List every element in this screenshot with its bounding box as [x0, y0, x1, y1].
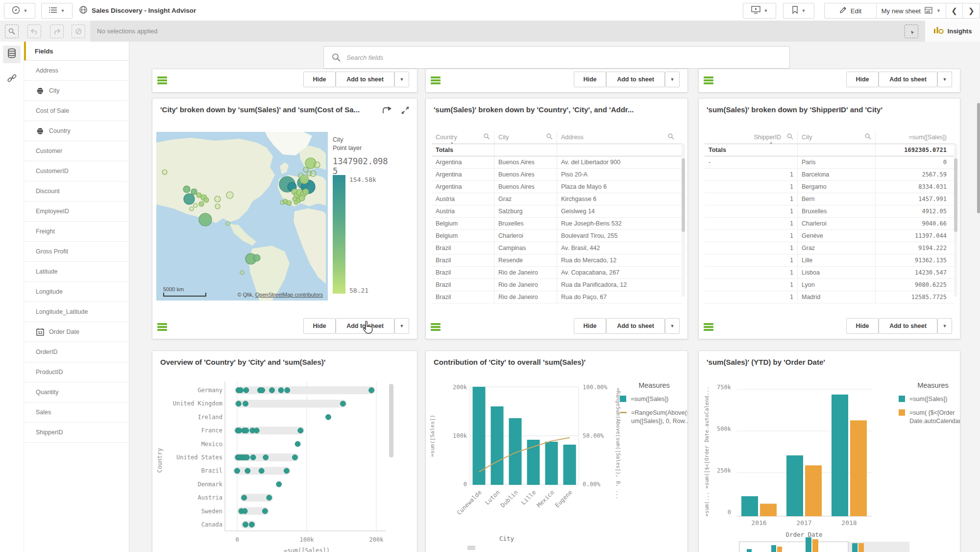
- legend-item[interactable]: =RangeSum(Above(s-um([Sales]), 0, Row...: [620, 409, 688, 425]
- search-icon[interactable]: [784, 133, 793, 141]
- add-to-sheet-caret[interactable]: ▼: [937, 72, 952, 87]
- hide-button[interactable]: Hide: [574, 318, 606, 334]
- distribution-chart-card[interactable]: Overview of 'Country' by 'City' and 'sum…: [152, 351, 417, 552]
- table-cell[interactable]: Brazil: [432, 279, 494, 291]
- search-icon[interactable]: [543, 133, 553, 141]
- table-cell[interactable]: 12585.7725: [876, 291, 951, 303]
- field-item-city[interactable]: City: [24, 81, 129, 101]
- table-cell[interactable]: Av. Brasil, 442: [557, 242, 678, 254]
- table-cell[interactable]: 1: [705, 205, 798, 217]
- add-to-sheet-caret[interactable]: ▼: [665, 72, 680, 87]
- table-cell[interactable]: 1: [705, 218, 798, 229]
- table-card-shipper-city[interactable]: 'sum(Sales)' broken down by 'ShipperID' …: [698, 98, 960, 339]
- table-cell[interactable]: 1457.991: [876, 193, 951, 205]
- add-to-sheet-button[interactable]: Add to sheet: [606, 318, 665, 334]
- app-options-button[interactable]: ▼: [41, 3, 73, 19]
- field-item-address[interactable]: Address: [24, 61, 129, 81]
- table-cell[interactable]: Campinas: [494, 242, 557, 254]
- hide-button[interactable]: Hide: [846, 318, 879, 334]
- table-cell[interactable]: Genève: [798, 230, 876, 242]
- field-item-gross-profit[interactable]: Gross Profit: [24, 242, 129, 262]
- table-cell[interactable]: Charleroi: [494, 230, 557, 242]
- distribution-plot[interactable]: 0100k200kGermanyUnited KingdomIrelandFra…: [155, 378, 415, 552]
- column-header--sum-sales-[interactable]: =sum([Sales]): [876, 131, 951, 144]
- step-back-button[interactable]: [27, 25, 41, 38]
- table-cell[interactable]: 9194.222: [876, 242, 951, 254]
- field-item-customerid[interactable]: CustomerID: [24, 161, 129, 181]
- column-header-city[interactable]: City: [798, 131, 876, 144]
- map-chart[interactable]: City Point layer 1347902.098 5 154.58k 5…: [156, 132, 413, 301]
- legend-item[interactable]: =sum([Sales]): [899, 395, 960, 403]
- table-cell[interactable]: Salzburg: [494, 205, 557, 217]
- search-icon[interactable]: [481, 133, 490, 141]
- insights-toggle[interactable]: Insights: [925, 21, 980, 42]
- column-header-city[interactable]: City: [494, 131, 557, 144]
- table-cell[interactable]: Bergamo: [798, 181, 876, 193]
- add-to-sheet-button[interactable]: Add to sheet: [336, 72, 394, 87]
- hide-button[interactable]: Hide: [303, 318, 336, 334]
- add-to-sheet-caret[interactable]: ▼: [394, 72, 409, 87]
- table-cell[interactable]: Lille: [798, 254, 876, 266]
- map-card[interactable]: 'City' broken down by 'sum(Sales)' and '…: [152, 98, 417, 339]
- search-icon[interactable]: [665, 133, 674, 141]
- field-item-shipperid[interactable]: ShipperID: [24, 423, 129, 443]
- chart-menu-icon[interactable]: [157, 323, 167, 332]
- table-cell[interactable]: Belgium: [432, 218, 494, 229]
- table-cell[interactable]: Resende: [494, 254, 557, 266]
- table-cell[interactable]: Lyon: [798, 279, 876, 291]
- step-forward-button[interactable]: [50, 25, 64, 38]
- selections-search-button[interactable]: [5, 25, 19, 38]
- table-cell[interactable]: Bruxelles: [494, 218, 557, 229]
- table-cell[interactable]: 1: [705, 267, 798, 278]
- table-cell[interactable]: -: [705, 156, 798, 168]
- field-item-employeeid[interactable]: EmployeeID: [24, 201, 129, 222]
- search-input[interactable]: [345, 53, 789, 62]
- table-cell[interactable]: 1: [705, 254, 798, 266]
- table-cell[interactable]: 1: [705, 242, 798, 254]
- table-cell[interactable]: Geislweg 14: [557, 205, 678, 217]
- edit-button[interactable]: Edit: [825, 3, 877, 18]
- table-cell[interactable]: Rua do Mercado, 12: [557, 254, 678, 266]
- pareto-plot[interactable]: 200k100k0100.00%50.00%0.00%=sum([Sales])…: [429, 378, 625, 552]
- field-item-quantity[interactable]: Quantity: [24, 382, 129, 402]
- navigation-menu-button[interactable]: ▼: [4, 3, 35, 19]
- clear-selections-button[interactable]: [72, 25, 85, 38]
- table-cell[interactable]: Barcelona: [798, 169, 876, 180]
- add-to-sheet-button[interactable]: Add to sheet: [879, 72, 937, 87]
- table-cell[interactable]: Kirchgasse 6: [557, 193, 678, 205]
- table-cell[interactable]: Av. del Libertador 900: [557, 156, 678, 168]
- grouped-bar-plot[interactable]: 750k500k250k0201620172018=sum(... =sum([…: [703, 378, 918, 552]
- table-cell[interactable]: 1: [705, 279, 798, 291]
- pareto-chart-card[interactable]: Contribution of 'City' to overall 'sum(S…: [425, 351, 688, 552]
- table-cell[interactable]: Bruxelles: [798, 205, 876, 217]
- table-cell[interactable]: Paris: [798, 156, 876, 168]
- table-cell[interactable]: 14230.547: [876, 267, 951, 278]
- table-cell[interactable]: Piso 20-A: [557, 169, 678, 180]
- field-item-country[interactable]: Country: [24, 121, 129, 141]
- table-cell[interactable]: 1: [705, 291, 798, 303]
- table-cell[interactable]: 1: [705, 230, 798, 242]
- table-cell[interactable]: Lisboa: [798, 267, 876, 278]
- field-item-sales[interactable]: Sales: [24, 402, 129, 423]
- osm-link[interactable]: OpenStreetMap contributors: [255, 292, 323, 298]
- add-to-sheet-caret[interactable]: ▼: [937, 318, 952, 334]
- table-cell[interactable]: Buenos Aires: [494, 169, 557, 180]
- table-cell[interactable]: 91362.135: [876, 254, 951, 266]
- legend-item[interactable]: =sum([Sales]): [620, 395, 688, 403]
- table-scrollbar[interactable]: [954, 144, 957, 297]
- hide-button[interactable]: Hide: [303, 72, 336, 87]
- page-scrollbar-thumb[interactable]: [977, 103, 980, 213]
- field-item-cost-of-sale[interactable]: Cost of Sale: [24, 101, 129, 121]
- table-cell[interactable]: 4912.05: [876, 205, 951, 217]
- table-cell[interactable]: 1: [705, 193, 798, 205]
- field-item-discount[interactable]: Discount: [24, 181, 129, 201]
- table-cell[interactable]: Graz: [798, 242, 876, 254]
- data-model-button[interactable]: [3, 46, 21, 63]
- table-cell[interactable]: Rio de Janeiro: [494, 279, 557, 291]
- table-cell[interactable]: 2567.59: [876, 169, 951, 180]
- chart-menu-icon[interactable]: [431, 323, 441, 332]
- add-to-sheet-caret[interactable]: ▼: [394, 318, 409, 334]
- field-item-longitude[interactable]: Longitude: [24, 282, 129, 302]
- table-card-country-city-address[interactable]: 'sum(Sales)' broken down by 'Country', '…: [425, 98, 688, 339]
- table-scrollbar[interactable]: [682, 144, 685, 297]
